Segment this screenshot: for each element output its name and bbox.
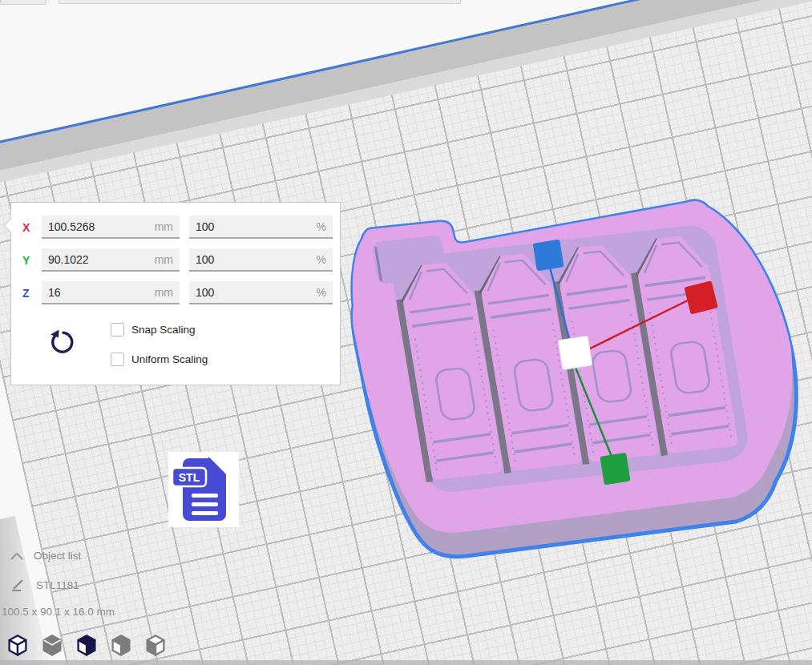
y-percent-field[interactable]: % <box>189 248 333 272</box>
y-percent-unit: % <box>317 253 326 266</box>
uniform-scaling-checkbox[interactable] <box>111 353 124 366</box>
snap-scaling-label: Snap Scaling <box>131 324 196 336</box>
stl-file-icon: STL <box>168 452 239 527</box>
camera-view-toolbar <box>6 634 167 658</box>
printer-type-icon <box>10 577 26 593</box>
view-left-button[interactable] <box>110 634 132 658</box>
scale-tool-panel: X mm % Y mm % Z mm <box>10 202 341 385</box>
z-size-field[interactable]: mm <box>42 281 180 304</box>
x-percent-input[interactable] <box>196 220 284 233</box>
object-name-label: STL1181 <box>36 579 79 591</box>
z-axis-label: Z <box>22 287 42 300</box>
3d-viewport: X mm % Y mm % Z mm <box>0 0 812 665</box>
view-top-icon <box>75 634 98 658</box>
x-size-unit: mm <box>155 220 173 233</box>
x-size-field[interactable]: mm <box>42 216 180 239</box>
z-scale-handle-blue[interactable] <box>533 240 564 272</box>
stl-file-thumbnail: STL <box>168 452 239 527</box>
view-right-button[interactable] <box>144 634 167 658</box>
y-size-unit: mm <box>155 253 173 266</box>
x-percent-unit: % <box>317 220 326 233</box>
center-scale-handle-white[interactable] <box>558 336 592 369</box>
x-size-input[interactable] <box>48 220 136 233</box>
view-front-icon <box>41 634 63 658</box>
view-3d-button[interactable] <box>6 634 29 658</box>
chevron-up-icon <box>10 550 24 562</box>
x-percent-field[interactable]: % <box>189 216 333 239</box>
view-front-button[interactable] <box>41 634 63 658</box>
object-list-label: Object list <box>34 550 81 562</box>
y-axis-label: Y <box>22 254 42 267</box>
z-percent-input[interactable] <box>196 286 284 299</box>
x-axis-label: X <box>22 221 42 234</box>
z-size-input[interactable] <box>48 286 136 299</box>
z-percent-unit: % <box>317 286 326 299</box>
y-scale-handle-green[interactable] <box>600 453 630 486</box>
reset-scale-button[interactable] <box>46 327 75 357</box>
model-dimensions-label: 100.5 x 90.1 x 16.0 mm <box>2 606 115 618</box>
view-top-button[interactable] <box>75 634 98 658</box>
view-right-icon <box>144 634 167 658</box>
reset-rotate-ccw-icon <box>46 327 75 357</box>
view-left-icon <box>110 634 132 658</box>
stl-badge-text: STL <box>179 471 200 484</box>
view-3d-icon <box>6 634 29 658</box>
y-size-field[interactable]: mm <box>42 248 180 272</box>
y-size-input[interactable] <box>48 253 136 266</box>
object-list-item[interactable]: STL1181 <box>10 577 79 593</box>
snap-scaling-checkbox[interactable] <box>111 323 124 337</box>
y-percent-input[interactable] <box>196 253 284 266</box>
object-list-header[interactable]: Object list <box>10 550 81 562</box>
z-percent-field[interactable]: % <box>189 281 333 304</box>
z-size-unit: mm <box>155 286 173 299</box>
uniform-scaling-label: Uniform Scaling <box>131 353 208 365</box>
